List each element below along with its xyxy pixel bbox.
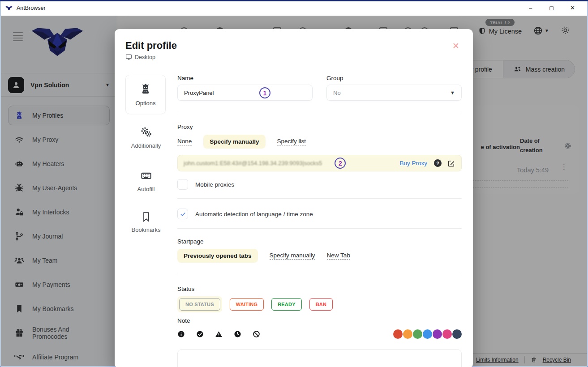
auto-detect-row: Automatic detection of language / time z… — [177, 209, 462, 219]
group-select[interactable]: No ▼ — [326, 85, 462, 101]
status-no-status-button[interactable]: NO STATUS — [179, 298, 220, 311]
color-dot-green[interactable] — [413, 329, 422, 339]
tab-autofill[interactable]: Autofill — [125, 170, 167, 192]
startpage-tab-new-tab[interactable]: New Tab — [327, 252, 350, 260]
auto-detect-label: Automatic detection of language / time z… — [195, 211, 313, 218]
tab-label: Additionally — [131, 142, 161, 149]
pencil-square-icon — [447, 159, 455, 167]
auto-detect-checkbox[interactable] — [177, 209, 188, 219]
mobile-proxies-label: Mobile proxies — [195, 181, 234, 188]
check-circle-icon[interactable] — [196, 330, 204, 338]
proxy-input[interactable]: john.custom1:E58:43#@154.198.34.239:9093… — [177, 155, 462, 171]
app-title: AntBrowser — [17, 5, 46, 11]
platform-label: Desktop — [135, 54, 155, 60]
note-toolbar — [177, 329, 462, 339]
color-dot-pink[interactable] — [442, 329, 452, 339]
group-label: Group — [326, 75, 462, 82]
proxy-tab-none[interactable]: None — [177, 138, 192, 145]
color-dot-orange[interactable] — [403, 329, 412, 339]
name-input[interactable]: ProxyPanel 1 — [177, 85, 313, 101]
proxy-label: Proxy — [177, 124, 462, 131]
color-dot-red[interactable] — [393, 329, 403, 339]
color-dot-purple[interactable] — [433, 329, 442, 339]
status-ban-button[interactable]: BAN — [309, 298, 333, 311]
clock-circle-icon[interactable] — [234, 330, 241, 338]
tab-label: Autofill — [137, 186, 155, 192]
modal-tabs: Options Additionally Autofill Bookmarks — [125, 75, 167, 367]
monitor-icon — [125, 54, 132, 60]
note-textarea[interactable] — [177, 349, 462, 367]
modal-title: Edit profile — [125, 40, 462, 51]
annotation-2-badge: 2 — [335, 158, 346, 169]
gears-icon — [140, 126, 152, 138]
startpage-tab-previous[interactable]: Previously opened tabs — [177, 249, 258, 263]
status-ready-button[interactable]: READY — [271, 298, 302, 311]
color-dot-blue[interactable] — [423, 329, 432, 339]
info-circle-icon[interactable] — [177, 330, 185, 338]
edit-profile-modal: ✕ Edit profile Desktop Options Additiona… — [115, 29, 473, 367]
bookmark-outline-icon — [141, 211, 152, 222]
startpage-tabs: Previously opened tabs Specify manually … — [177, 249, 462, 263]
proxy-value-blurred: john.custom1:E58:43#@154.198.34.239:9093… — [184, 160, 322, 166]
profile-form: Name ProxyPanel 1 Group No ▼ — [177, 75, 462, 367]
proxy-help-icon[interactable]: ? — [434, 159, 442, 167]
close-window-button[interactable]: ✕ — [562, 1, 583, 14]
proxy-tab-specify-list[interactable]: Specify list — [277, 138, 306, 145]
status-no-status-selected: NO STATUS — [177, 296, 222, 312]
warning-triangle-icon[interactable] — [215, 330, 223, 338]
keyboard-icon — [140, 170, 152, 182]
name-label: Name — [177, 75, 313, 82]
status-buttons: NO STATUS WAITING READY BAN — [177, 296, 462, 312]
minimize-button[interactable]: – — [520, 1, 541, 14]
divider — [177, 228, 462, 229]
divider — [177, 113, 462, 113]
startpage-label: Startpage — [177, 238, 462, 245]
proxy-edit-icon[interactable] — [447, 159, 455, 167]
tab-options[interactable]: Options — [125, 75, 166, 114]
group-value: No — [333, 90, 341, 96]
ant-icon — [139, 82, 152, 96]
check-icon — [180, 211, 186, 218]
mobile-proxies-checkbox[interactable] — [177, 179, 188, 190]
color-dot-navy[interactable] — [452, 329, 462, 339]
note-color-palette — [393, 329, 462, 339]
app-window: AntBrowser – ▢ ✕ Vpn Solution ▼ — [0, 0, 588, 367]
divider — [177, 198, 462, 199]
tab-label: Options — [136, 100, 156, 107]
titlebar: AntBrowser – ▢ ✕ — [0, 1, 588, 14]
close-modal-icon[interactable]: ✕ — [452, 42, 459, 50]
buy-proxy-link[interactable]: Buy Proxy — [399, 160, 427, 166]
app-logo-icon — [5, 5, 13, 11]
name-value: ProxyPanel — [184, 90, 214, 96]
ban-circle-icon[interactable] — [253, 330, 260, 338]
chevron-down-icon: ▼ — [450, 90, 455, 95]
startpage-tab-specify-manually[interactable]: Specify manually — [270, 252, 315, 260]
maximize-button[interactable]: ▢ — [541, 1, 562, 14]
status-waiting-button[interactable]: WAITING — [230, 298, 264, 311]
mobile-proxies-row: Mobile proxies — [177, 179, 462, 190]
note-label: Note — [177, 317, 462, 324]
proxy-tab-specify-manually[interactable]: Specify manually — [203, 135, 265, 149]
proxy-mode-tabs: None Specify manually Specify list — [177, 135, 462, 149]
tab-additionally[interactable]: Additionally — [125, 126, 167, 149]
window-controls: – ▢ ✕ — [520, 1, 583, 14]
divider — [177, 275, 462, 275]
modal-subtitle: Desktop — [125, 54, 462, 60]
tab-bookmarks[interactable]: Bookmarks — [125, 211, 167, 233]
annotation-1-badge: 1 — [259, 87, 270, 98]
status-label: Status — [177, 286, 462, 293]
tab-label: Bookmarks — [131, 226, 160, 233]
